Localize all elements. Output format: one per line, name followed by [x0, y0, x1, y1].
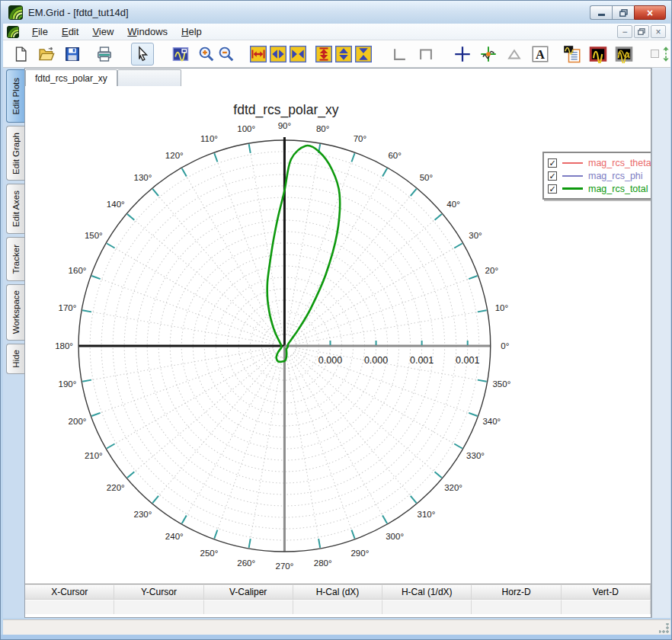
legend-checkbox[interactable]: ✓ — [548, 184, 557, 194]
zoom-window-button[interactable] — [171, 44, 190, 64]
content-area: Edit PlotsEdit GraphEdit AxesTrackerWork… — [3, 68, 670, 618]
axes-corner-icon — [392, 46, 408, 62]
angle-label: 340° — [482, 417, 501, 426]
h-expand-button[interactable] — [248, 44, 268, 64]
print-icon — [96, 46, 113, 62]
angle-label: 80° — [316, 124, 329, 133]
legend-line-sample — [562, 175, 583, 177]
open-file-button[interactable] — [37, 44, 56, 64]
app-logo-icon-small — [7, 26, 19, 38]
window-title: EM.Grid - [fdtd_tut14d] — [28, 7, 129, 18]
sidebar-tab-edit-graph[interactable]: Edit Graph — [6, 126, 24, 181]
zoom-window-icon — [172, 46, 189, 62]
readout-header-row: X-CursorY-CursorV-CaliperH-Cal (dX)H-Cal… — [25, 585, 651, 600]
readout-col-h-cal-1-dx-: H-Cal (1/dX) — [382, 585, 472, 599]
h-expand-icon — [250, 46, 267, 62]
zoom-out-button[interactable] — [216, 44, 236, 64]
mdi-restore-button[interactable] — [634, 25, 649, 38]
resize-grip-icon[interactable] — [659, 623, 669, 633]
pointer-icon — [134, 46, 151, 62]
angle-label: 190° — [59, 379, 77, 389]
save-button[interactable] — [62, 44, 82, 64]
sidebar-tab-tracker[interactable]: Tracker — [6, 237, 24, 281]
h-arrows-out-button[interactable] — [268, 44, 288, 64]
angle-label: 180° — [55, 341, 73, 350]
tracker-button[interactable] — [478, 44, 498, 64]
legend-checkbox[interactable]: ✓ — [548, 171, 557, 181]
angle-label: 10° — [495, 303, 508, 312]
legend-row-mag_rcs_phi[interactable]: ✓mag_rcs_phi — [548, 169, 651, 182]
mdi-close-button[interactable]: × — [651, 25, 666, 38]
polar-plot-panel[interactable]: 0°10°20°30°40°50°60°70°80°90°100°110°120… — [25, 86, 651, 584]
mdi-close-icon: × — [655, 27, 661, 37]
angle-label: 240° — [165, 532, 184, 541]
close-icon: × — [647, 7, 653, 19]
readout-value — [293, 600, 382, 614]
sidebar-tab-edit-axes[interactable]: Edit Axes — [6, 184, 24, 234]
single-plot-button[interactable] — [588, 44, 608, 64]
zoom-in-icon — [198, 46, 215, 62]
legend-row-mag_rcs_theta[interactable]: ✓mag_rcs_theta — [548, 156, 651, 169]
restore-icon — [619, 9, 628, 17]
menu-item-help[interactable]: Help — [174, 24, 209, 39]
inactive-tab[interactable] — [117, 69, 181, 86]
save-icon — [64, 46, 81, 62]
angle-label: 280° — [314, 558, 332, 568]
multi-plot-icon — [615, 45, 633, 63]
radial-tick-label: 0.000 — [364, 355, 388, 366]
angle-label: 330° — [466, 452, 485, 461]
legend-box[interactable]: ✓mag_rcs_theta✓mag_rcs_phi✓mag_rcs_total — [542, 152, 651, 200]
zoom-in-button[interactable] — [197, 44, 216, 64]
radial-tick-label: 0.001 — [456, 355, 479, 366]
v-arrows-in-button[interactable] — [354, 44, 373, 64]
menu-item-file[interactable]: File — [25, 24, 55, 39]
pointer-tool-button[interactable] — [131, 43, 154, 66]
sidebar-tab-label: Edit Axes — [11, 190, 21, 227]
mdi-minimize-button[interactable]: − — [617, 25, 632, 38]
angle-label: 160° — [69, 266, 87, 275]
menu-item-windows[interactable]: Windows — [120, 24, 174, 39]
angle-label: 230° — [134, 510, 152, 519]
single-plot-icon — [589, 45, 607, 63]
close-button[interactable]: × — [634, 5, 666, 20]
report-icon — [563, 45, 581, 63]
toolbar: A — [3, 40, 670, 68]
radial-tick-label: 0.000 — [318, 355, 342, 366]
menu-item-view[interactable]: View — [85, 24, 120, 39]
h-arrows-in-button[interactable] — [288, 44, 308, 64]
sidebar-tab-hide[interactable]: Hide — [6, 344, 24, 374]
menu-item-edit[interactable]: Edit — [55, 24, 85, 39]
axes-corner-button[interactable] — [390, 44, 410, 64]
open-file-icon — [38, 46, 55, 62]
sidebar-tab-workspace[interactable]: Workspace — [6, 284, 24, 341]
axes-box-button[interactable] — [416, 44, 436, 64]
readout-col-y-cursor: Y-Cursor — [114, 585, 203, 599]
angle-label: 270° — [276, 562, 294, 571]
legend-checkbox[interactable]: ✓ — [548, 158, 557, 168]
legend-row-mag_rcs_total[interactable]: ✓mag_rcs_total — [548, 182, 651, 195]
text-annotation-button[interactable]: A — [530, 44, 550, 64]
v-arrows-out-button[interactable] — [334, 44, 354, 64]
multi-plot-button[interactable] — [614, 44, 634, 64]
tab-fdtd-rcs-polar-xy[interactable]: fdtd_rcs_polar_xy — [25, 69, 117, 86]
minimize-button[interactable] — [590, 5, 612, 20]
new-file-button[interactable] — [11, 44, 30, 64]
crosshair-icon — [453, 45, 472, 63]
legend-label: mag_rcs_phi — [588, 171, 643, 181]
restore-button[interactable] — [612, 5, 634, 20]
tracker-icon — [479, 45, 498, 63]
v-expand-button[interactable] — [314, 44, 334, 64]
crosshair-button[interactable] — [453, 44, 472, 64]
angle-label: 260° — [237, 558, 255, 568]
readout-value — [204, 600, 293, 614]
h-arrows-out-icon — [270, 46, 286, 62]
app-window: EM.Grid - [fdtd_tut14d] × FileEditViewWi… — [0, 0, 672, 640]
print-button[interactable] — [94, 44, 114, 64]
angle-label: 110° — [200, 134, 218, 143]
v-arrows-out-icon — [335, 46, 352, 62]
report-button[interactable] — [562, 44, 582, 64]
angle-label: 90° — [278, 121, 291, 130]
angle-label: 250° — [200, 549, 219, 558]
sidebar-tab-edit-plots[interactable]: Edit Plots — [6, 69, 24, 123]
angle-label: 130° — [134, 173, 152, 182]
